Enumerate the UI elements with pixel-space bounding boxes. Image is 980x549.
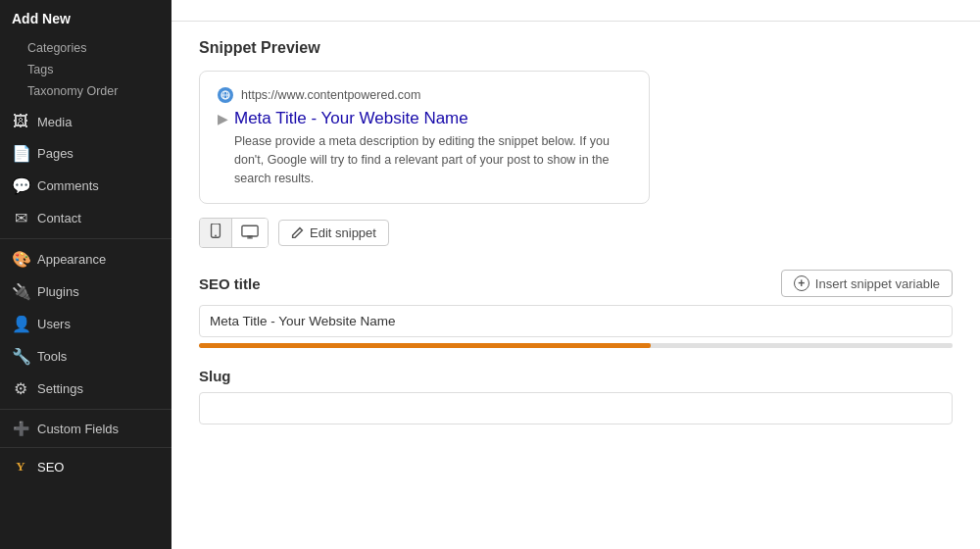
snippet-title[interactable]: Meta Title - Your Website Name xyxy=(234,109,631,128)
sidebar: Add New Categories Tags Taxonomy Order 🖼… xyxy=(0,0,172,549)
custom-fields-label: Custom Fields xyxy=(37,422,119,436)
edit-snippet-button[interactable]: Edit snippet xyxy=(278,220,389,246)
plus-circle-icon: + xyxy=(794,275,809,291)
sidebar-item-categories[interactable]: Categories xyxy=(27,37,172,59)
top-bar-partial xyxy=(172,0,980,22)
sidebar-item-tags[interactable]: Tags xyxy=(27,59,172,80)
seo-title-label: SEO title xyxy=(199,275,261,292)
tools-label: Tools xyxy=(37,349,67,364)
main-content: Snippet Preview https://www.contentpower… xyxy=(172,0,980,549)
sidebar-item-comments[interactable]: 💬 Comments xyxy=(0,170,172,202)
plugins-icon: 🔌 xyxy=(12,282,29,301)
snippet-url: https://www.contentpowered.com xyxy=(241,88,420,102)
sidebar-item-plugins[interactable]: 🔌 Plugins xyxy=(0,275,172,308)
mobile-device-btn[interactable] xyxy=(200,219,232,247)
pages-label: Pages xyxy=(37,146,74,161)
slug-input[interactable] xyxy=(199,392,953,424)
seo-label: SEO xyxy=(37,460,64,474)
appearance-icon: 🎨 xyxy=(12,250,29,269)
desktop-device-btn[interactable] xyxy=(232,219,268,247)
slug-label: Slug xyxy=(199,368,231,384)
snippet-arrow-row: ▶ Meta Title - Your Website Name Please … xyxy=(218,109,631,187)
sidebar-item-contact[interactable]: ✉ Contact xyxy=(0,202,172,234)
globe-icon xyxy=(218,87,233,103)
seo-title-section: SEO title + Insert snippet variable xyxy=(199,270,953,348)
contact-label: Contact xyxy=(37,211,81,225)
snippet-description: Please provide a meta description by edi… xyxy=(234,132,631,187)
plugins-label: Plugins xyxy=(37,284,79,299)
sidebar-item-appearance[interactable]: 🎨 Appearance xyxy=(0,243,172,275)
contact-icon: ✉ xyxy=(12,209,29,227)
snippet-preview-card: https://www.contentpowered.com ▶ Meta Ti… xyxy=(199,71,650,204)
sidebar-item-media[interactable]: 🖼 Media xyxy=(0,106,172,137)
users-label: Users xyxy=(37,317,71,331)
media-label: Media xyxy=(37,115,72,129)
seo-icon: Y xyxy=(12,459,29,474)
edit-snippet-label: Edit snippet xyxy=(310,225,376,240)
sidebar-item-taxonomy-order[interactable]: Taxonomy Order xyxy=(27,80,172,102)
sidebar-item-tools[interactable]: 🔧 Tools xyxy=(0,340,172,373)
settings-label: Settings xyxy=(37,381,83,396)
tools-icon: 🔧 xyxy=(12,347,29,366)
seo-title-header: SEO title + Insert snippet variable xyxy=(199,270,953,297)
svg-point-4 xyxy=(215,235,217,237)
comments-icon: 💬 xyxy=(12,176,29,195)
edit-snippet-row: Edit snippet xyxy=(199,218,953,248)
insert-snippet-variable-label: Insert snippet variable xyxy=(815,276,940,291)
insert-snippet-variable-button[interactable]: + Insert snippet variable xyxy=(781,270,953,297)
sidebar-item-pages[interactable]: 📄 Pages xyxy=(0,137,172,170)
snippet-preview-title: Snippet Preview xyxy=(199,22,953,57)
main-inner: Snippet Preview https://www.contentpower… xyxy=(172,22,980,472)
custom-fields-icon: ➕ xyxy=(12,421,29,436)
pages-icon: 📄 xyxy=(12,144,29,163)
comments-label: Comments xyxy=(37,178,99,193)
sidebar-item-seo[interactable]: Y SEO xyxy=(0,452,172,481)
posts-submenu: Categories Tags Taxonomy Order xyxy=(0,33,172,106)
svg-rect-5 xyxy=(242,225,258,236)
add-new-header: Add New xyxy=(12,11,71,26)
device-toggle-group xyxy=(199,218,269,248)
seo-title-input[interactable] xyxy=(199,305,953,337)
appearance-label: Appearance xyxy=(37,252,106,267)
snippet-content: Meta Title - Your Website Name Please pr… xyxy=(234,109,631,187)
snippet-expand-arrow: ▶ xyxy=(218,111,228,126)
pencil-icon xyxy=(291,226,304,239)
sidebar-item-custom-fields[interactable]: ➕ Custom Fields xyxy=(0,414,172,443)
snippet-url-row: https://www.contentpowered.com xyxy=(218,87,631,103)
sidebar-item-settings[interactable]: ⚙ Settings xyxy=(0,373,172,405)
media-icon: 🖼 xyxy=(12,113,29,130)
settings-icon: ⚙ xyxy=(12,379,29,398)
slug-header: Slug xyxy=(199,368,953,384)
seo-title-progress-fill xyxy=(199,343,651,348)
seo-title-progress-bar xyxy=(199,343,953,348)
slug-section: Slug xyxy=(199,368,953,424)
users-icon: 👤 xyxy=(12,315,29,333)
sidebar-item-users[interactable]: 👤 Users xyxy=(0,308,172,340)
